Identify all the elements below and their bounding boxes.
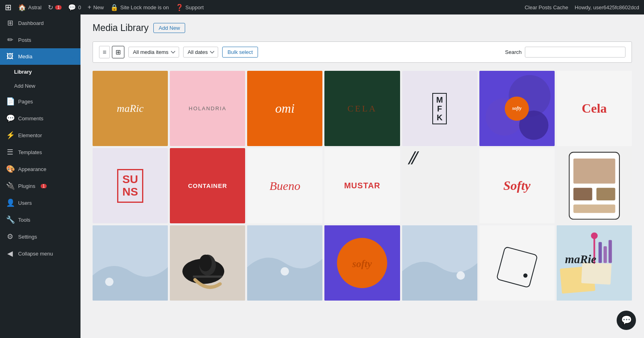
media-expand-icon	[70, 54, 75, 59]
comments-link[interactable]: 💬 0	[68, 4, 81, 11]
media-item[interactable]: MUSTAR	[324, 148, 400, 223]
page-header: Media Library Add New	[93, 23, 632, 33]
date-filter[interactable]: All dates 2024 2023	[183, 47, 218, 58]
media-item[interactable]: Softy	[479, 148, 555, 223]
search-input[interactable]	[525, 47, 625, 58]
svg-point-29	[591, 233, 598, 239]
toolbar-search: Search	[505, 47, 625, 58]
sidebar-label-library: Library	[14, 69, 32, 75]
media-item[interactable]: maRic	[93, 71, 168, 146]
sidebar-label-templates: Templates	[18, 149, 42, 155]
search-label: Search	[505, 49, 522, 55]
media-item[interactable]	[402, 225, 477, 301]
updates-link[interactable]: ↻ 1	[48, 4, 62, 11]
media-toolbar: ≡ ⊞ All media items Images Audio Video D…	[93, 41, 632, 63]
content-area: Media Library Add New ≡ ⊞ All media item…	[80, 14, 644, 338]
admin-bar: ⊞ 🏠 Astral ↻ 1 💬 0 + New 🔒 Site Lock mod…	[0, 0, 644, 14]
new-link[interactable]: + New	[87, 4, 103, 11]
svg-rect-7	[573, 204, 615, 213]
support-link[interactable]: ❓ Support	[175, 4, 204, 11]
admin-bar-right: Clear Posts Cache Howdy, user6425fc8602d…	[524, 4, 639, 10]
media-type-filter[interactable]: All media items Images Audio Video Docum…	[128, 47, 179, 58]
sidebar-label-appearance: Appearance	[18, 166, 46, 172]
help-icon: ❓	[175, 4, 184, 11]
sidebar-label-pages: Pages	[18, 99, 33, 105]
site-lock-status[interactable]: 🔒 Site Lock mode is on	[110, 4, 169, 11]
sidebar-item-library[interactable]: Library	[0, 65, 80, 79]
lock-icon: 🔒	[110, 4, 118, 11]
templates-icon: ☰	[6, 148, 14, 157]
svg-text:softy: softy	[352, 258, 372, 269]
media-item[interactable]: MFK	[402, 71, 477, 146]
sidebar-item-elementor[interactable]: ⚡ Elementor	[0, 127, 80, 144]
media-item[interactable]: omi	[247, 71, 322, 146]
svg-text:maRie: maRie	[565, 253, 597, 266]
media-item[interactable]: CONTAINER	[170, 148, 245, 223]
chat-button[interactable]: 💬	[617, 311, 636, 330]
sidebar-item-tools[interactable]: 🔧 Tools	[0, 211, 80, 228]
sidebar-label-plugins: Plugins	[18, 183, 35, 189]
plugins-icon: 🔌	[6, 181, 14, 190]
media-item[interactable]	[557, 148, 632, 223]
collapse-icon: ◀	[6, 249, 14, 258]
sidebar-item-settings[interactable]: ⚙ Settings	[0, 228, 80, 245]
media-item[interactable]: softy	[479, 71, 555, 146]
svg-point-13	[199, 255, 212, 272]
svg-point-21	[456, 272, 465, 280]
media-item[interactable]	[170, 225, 245, 301]
media-item[interactable]	[479, 225, 555, 301]
sidebar-label-posts: Posts	[18, 37, 31, 43]
sidebar-item-pages[interactable]: 📄 Pages	[0, 93, 80, 110]
media-item[interactable]	[247, 225, 322, 301]
sidebar-label-settings: Settings	[18, 234, 37, 240]
settings-icon: ⚙	[6, 232, 14, 241]
sidebar-item-users[interactable]: 👤 Users	[0, 194, 80, 211]
media-item[interactable]: Cela	[557, 71, 632, 146]
bulk-select-button[interactable]: Bulk select	[222, 47, 258, 58]
media-item[interactable]: HOLANDRIA	[170, 71, 245, 146]
sidebar-item-plugins[interactable]: 🔌 Plugins 1	[0, 177, 80, 194]
svg-rect-32	[603, 246, 607, 263]
svg-rect-4	[573, 159, 615, 183]
media-item[interactable]: //	[402, 148, 477, 223]
clear-cache-link[interactable]: Clear Posts Cache	[524, 4, 568, 10]
sidebar-item-dashboard[interactable]: ⊞ Dashboard	[0, 14, 80, 31]
sidebar-item-collapse[interactable]: ◀ Collapse menu	[0, 245, 80, 262]
svg-point-24	[523, 274, 527, 278]
sidebar-label-addnew: Add New	[14, 83, 35, 89]
media-grid: maRic HOLANDRIA omi CELA MFK	[93, 71, 632, 301]
media-item[interactable]: maRie	[557, 225, 632, 301]
svg-rect-33	[609, 240, 612, 263]
sidebar-label-tools: Tools	[18, 217, 30, 223]
site-link[interactable]: 🏠 Astral	[18, 4, 41, 11]
add-new-button[interactable]: Add New	[153, 23, 185, 33]
media-item[interactable]: softy	[324, 225, 400, 301]
tools-icon: 🔧	[6, 215, 14, 224]
sidebar-item-templates[interactable]: ☰ Templates	[0, 144, 80, 161]
sidebar-item-appearance[interactable]: 🎨 Appearance	[0, 161, 80, 177]
media-item[interactable]: Bueno	[247, 148, 322, 223]
appearance-icon: 🎨	[6, 165, 14, 173]
main-layout: ⊞ Dashboard ✏ Posts 🖼 Media Library Add …	[0, 14, 644, 338]
sidebar-item-posts[interactable]: ✏ Posts	[0, 31, 80, 48]
media-item[interactable]: CELA	[324, 71, 400, 146]
updates-icon: ↻	[48, 4, 53, 11]
pages-icon: 📄	[6, 97, 14, 106]
sidebar-item-comments[interactable]: 💬 Comments	[0, 110, 80, 127]
sidebar-label-elementor: Elementor	[18, 132, 42, 138]
media-item[interactable]	[93, 225, 168, 301]
plus-icon: +	[87, 4, 91, 11]
sidebar-item-media[interactable]: 🖼 Media	[0, 48, 80, 65]
media-item[interactable]: SUNS	[93, 148, 168, 223]
svg-rect-31	[599, 242, 602, 263]
wp-logo[interactable]: ⊞	[5, 2, 12, 12]
sidebar-item-add-new[interactable]: Add New	[0, 79, 80, 93]
svg-point-9	[105, 278, 114, 286]
sidebar-label-media: Media	[18, 54, 32, 60]
grid-view-button[interactable]: ⊞	[112, 46, 124, 58]
howdy-link[interactable]: Howdy, user6425fc8602dcd	[575, 4, 639, 10]
posts-icon: ✏	[6, 35, 14, 44]
updates-badge: 1	[55, 5, 62, 10]
svg-rect-14	[193, 276, 222, 278]
list-view-button[interactable]: ≡	[99, 46, 110, 58]
